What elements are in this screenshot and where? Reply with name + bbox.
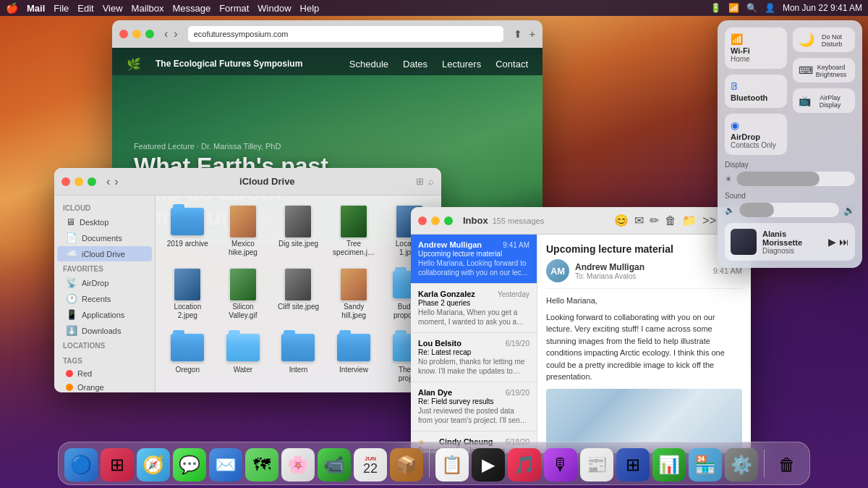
finder-fullscreen-button[interactable] [88,177,96,186]
cc-sound-slider[interactable] [739,203,839,217]
menubar-wifi[interactable]: 📶 [728,3,739,13]
safari-nav-schedule[interactable]: Schedule [349,59,388,70]
mail-close-button[interactable] [418,216,427,225]
mail-item-0[interactable]: Andrew Mulligan 9:41 AM Upcoming lecture… [411,235,537,284]
finder-file-label-interview: Interview [339,366,368,374]
menubar-mailbox[interactable]: Mailbox [132,3,164,14]
sidebar-item-icloud-drive[interactable]: ☁️ iCloud Drive [57,246,152,261]
dock-photos[interactable]: 🌸 [281,448,315,481]
menubar-search[interactable]: 🔍 [746,3,757,13]
mail-more-icon[interactable]: >> [702,214,716,227]
sidebar-tag-orange[interactable]: Orange [57,381,152,392]
dock-safari[interactable]: 🧭 [137,448,170,481]
mail-item-3[interactable]: Alan Dye 6/19/20 Re: Field survey result… [411,382,537,432]
finder-file-oregon[interactable]: Oregon [163,329,213,386]
fast-forward-button[interactable]: ⏭ [839,236,849,248]
finder-file-2019archive[interactable]: 2019 archive [163,203,213,260]
cc-display-slider[interactable] [736,172,855,186]
safari-minimize-button[interactable] [132,30,141,38]
menubar-help[interactable]: Help [300,3,320,14]
finder-forward-button[interactable]: › [114,175,118,188]
safari-close-button[interactable] [119,30,128,38]
dock-podcasts[interactable]: 🎙 [544,448,577,481]
menubar-message[interactable]: Message [172,3,210,14]
menubar-format[interactable]: Format [219,3,249,14]
safari-new-tab-icon[interactable]: + [529,28,535,40]
dock-trash[interactable]: 🗑 [770,448,804,481]
finder-file-sandyhill[interactable]: Sandy hill.jpeg [329,266,379,323]
mail-compose-icon[interactable]: 😊 [614,214,629,227]
dock-appletv[interactable]: ▶ [472,448,505,481]
finder-file-interview[interactable]: Interview [329,329,379,386]
sidebar-item-applications[interactable]: 📱 Applications [57,307,152,322]
sidebar-item-documents[interactable]: 📄 Documents [57,230,152,245]
dock-mosaic[interactable]: ⊞ [616,448,650,481]
sidebar-tag-red[interactable]: Red [57,367,152,380]
facetime-dock-icon: 📹 [323,455,345,475]
safari-fullscreen-button[interactable] [145,30,154,38]
menubar-file[interactable]: File [54,3,69,14]
safari-nav-lecturers[interactable]: Lecturers [442,59,481,70]
dock-facetime[interactable]: 📹 [318,448,351,481]
menubar-window[interactable]: Window [258,3,291,14]
sidebar-item-recents[interactable]: 🕐 Recents [57,291,152,306]
menubar-account[interactable]: 👤 [765,3,775,13]
dock-appstore[interactable]: 🏪 [689,448,722,481]
menubar-view[interactable]: View [103,3,123,14]
cc-airplay-button[interactable]: 📺 AirPlay Display [793,88,855,113]
airdrop-cc-icon: ◉ [731,119,781,131]
safari-forward-button[interactable]: › [174,28,177,41]
safari-back-button[interactable]: ‹ [164,28,168,41]
finder-file-location2[interactable]: Location 2.jpeg [163,266,213,323]
safari-nav-contact[interactable]: Contact [495,59,528,70]
mail-item-1[interactable]: Karla Gonzalez Yesterday Phase 2 queries… [411,284,537,333]
finder-file-cliffsite[interactable]: Cliff site.jpeg [273,266,323,323]
mail-edit-icon[interactable]: ✏ [650,214,659,227]
dock-finder[interactable]: 🔵 [64,448,98,481]
mail-trash-icon[interactable]: 🗑 [665,214,676,227]
finder-close-button[interactable] [61,177,70,186]
mail-reply-icon[interactable]: ✉ [634,214,644,227]
dock-maps[interactable]: 🗺 [245,448,278,481]
dock-calendar[interactable]: JUN 22 [354,448,387,481]
apple-menu[interactable]: 🍎 [6,2,18,14]
safari-url-bar[interactable]: ecofuturessymposium.com [188,26,503,42]
finder-view-toggle[interactable]: ⊞ [416,176,424,187]
dock-music[interactable]: 🎵 [508,448,541,481]
finder-file-treespecimen[interactable]: Tree specimen.jpeg [329,203,379,260]
sidebar-item-desktop[interactable]: 🖥 Desktop [57,214,152,230]
safari-dock-icon: 🧭 [142,455,164,475]
mail-fullscreen-button[interactable] [444,216,453,225]
cc-wifi-panel[interactable]: 📶 Wi-Fi Home [725,28,787,69]
finder-file-siliconvalley[interactable]: Silicon Valley.gif [218,266,268,323]
finder-file-water[interactable]: Water [218,329,268,386]
finder-file-mexicohike[interactable]: Mexico hike.jpeg [218,203,268,260]
safari-nav-dates[interactable]: Dates [403,59,427,70]
finder-file-digsite[interactable]: Dig site.jpeg [273,203,323,260]
dock-messages[interactable]: 💬 [173,448,206,481]
sidebar-item-airdrop[interactable]: 📡 AirDrop [57,275,152,290]
cc-airdrop-panel[interactable]: ◉ AirDrop Contacts Only [725,114,787,155]
dock-launchpad[interactable]: ⊞ [101,448,134,481]
dock-news[interactable]: 📰 [580,448,613,481]
dock-numbers[interactable]: 📊 [652,448,686,481]
cc-dnd-button[interactable]: 🌙 Do Not Disturb [793,28,855,52]
cc-keyboard-button[interactable]: ⌨ Keyboard Brightness [793,58,855,83]
cc-bluetooth-panel[interactable]: 𝔹 Bluetooth [725,75,787,108]
dock-keka[interactable]: 📦 [390,448,423,481]
mail-item-2[interactable]: Lou Belsito 6/19/20 Re: Latest recap No … [411,333,537,382]
menubar-app[interactable]: Mail [27,3,45,14]
mail-minimize-button[interactable] [431,216,440,225]
dock-reminders[interactable]: 📋 [435,448,469,481]
safari-share-icon[interactable]: ⬆ [514,28,522,40]
dock-sysprefs[interactable]: ⚙️ [725,448,758,481]
menubar-edit[interactable]: Edit [77,3,93,14]
finder-back-button[interactable]: ‹ [106,175,110,188]
play-button[interactable]: ▶ [828,236,836,248]
sidebar-item-downloads[interactable]: ⬇️ Downloads [57,323,152,338]
finder-minimize-button[interactable] [75,177,83,186]
mail-archive-icon[interactable]: 📁 [682,214,697,227]
finder-search-icon[interactable]: ⌕ [428,176,434,187]
finder-file-intern[interactable]: Intern [273,329,323,386]
dock-mail[interactable]: ✉️ [209,448,242,481]
